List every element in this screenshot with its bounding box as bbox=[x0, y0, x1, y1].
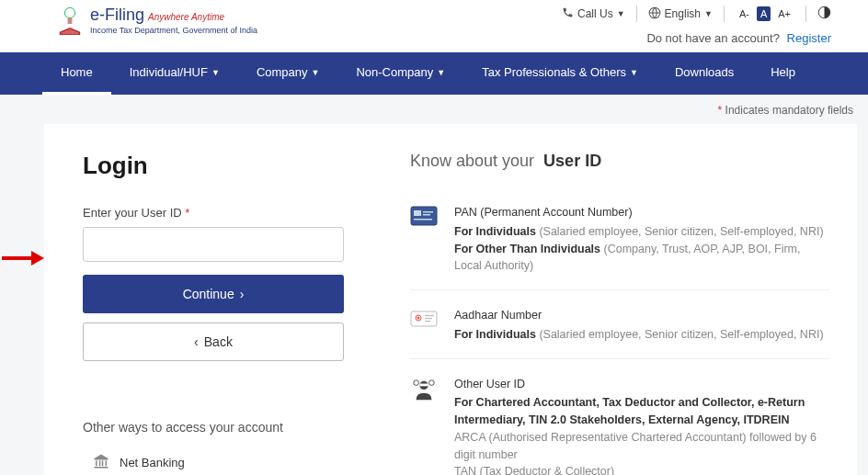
aadhaar-title: Aadhaar Number bbox=[454, 307, 829, 324]
brand-name: e-Filing bbox=[90, 6, 144, 25]
no-account-text: Do not have an account? bbox=[646, 31, 780, 45]
font-increase-button[interactable]: A+ bbox=[774, 6, 794, 21]
info-card: Know about your User ID PAN (Permanent A… bbox=[383, 124, 857, 475]
nav-downloads[interactable]: Downloads bbox=[657, 52, 752, 95]
font-normal-button[interactable]: A bbox=[757, 6, 771, 21]
svg-rect-7 bbox=[414, 210, 421, 216]
brand-subtitle: Income Tax Department, Government of Ind… bbox=[90, 26, 257, 35]
main-content: Login Enter your User ID * Continue › ‹ … bbox=[0, 124, 868, 475]
svg-rect-14 bbox=[425, 315, 434, 316]
language-dropdown[interactable]: English ▼ bbox=[648, 6, 713, 22]
net-banking-label: Net Banking bbox=[120, 456, 185, 469]
chevron-down-icon: ▼ bbox=[211, 68, 220, 77]
know-about-title: Know about your User ID bbox=[410, 152, 829, 171]
call-us-dropdown[interactable]: Call Us ▼ bbox=[562, 6, 625, 21]
asterisk-icon: * bbox=[185, 206, 189, 220]
font-decrease-button[interactable]: A- bbox=[736, 6, 753, 21]
pan-card-icon bbox=[410, 206, 438, 228]
user-id-label: Enter your User ID * bbox=[83, 206, 344, 220]
emblem-icon bbox=[55, 6, 85, 35]
net-banking-link[interactable]: Net Banking bbox=[83, 453, 344, 472]
continue-button[interactable]: Continue › bbox=[83, 275, 344, 313]
chevron-down-icon: ▼ bbox=[437, 68, 445, 77]
divider bbox=[805, 6, 806, 22]
globe-icon bbox=[648, 6, 661, 22]
svg-rect-15 bbox=[425, 318, 432, 319]
svg-rect-1 bbox=[68, 18, 73, 24]
info-row-pan: PAN (Permanent Account Number) For Indiv… bbox=[410, 195, 829, 290]
top-bar: e-Filing Anywhere Anytime Income Tax Dep… bbox=[0, 0, 868, 52]
chevron-down-icon: ▼ bbox=[630, 68, 638, 77]
user-id-input[interactable] bbox=[83, 227, 344, 262]
nav-tax-professionals[interactable]: Tax Professionals & Others▼ bbox=[463, 52, 657, 95]
font-size-controls: A- A A+ bbox=[736, 6, 794, 21]
back-button[interactable]: ‹ Back bbox=[83, 322, 344, 361]
pointer-arrow-icon bbox=[0, 249, 44, 270]
svg-rect-9 bbox=[423, 214, 430, 216]
svg-point-0 bbox=[64, 7, 74, 17]
other-user-icon bbox=[410, 378, 438, 400]
svg-point-13 bbox=[417, 317, 420, 320]
info-row-aadhaar: Aadhaar Number For Individuals (Salaried… bbox=[410, 298, 829, 359]
language-label: English bbox=[665, 7, 701, 20]
phone-icon bbox=[562, 6, 574, 21]
svg-rect-18 bbox=[419, 383, 428, 386]
other-ways-heading: Other ways to access your account bbox=[83, 420, 344, 435]
nav-individual[interactable]: Individual/HUF▼ bbox=[111, 52, 238, 95]
login-card: Login Enter your User ID * Continue › ‹ … bbox=[44, 124, 383, 475]
nav-non-company[interactable]: Non-Company▼ bbox=[337, 52, 463, 95]
svg-rect-11 bbox=[411, 311, 437, 326]
back-label: Back bbox=[204, 334, 233, 349]
login-title: Login bbox=[83, 152, 344, 180]
divider bbox=[724, 6, 725, 22]
chevron-down-icon: ▼ bbox=[704, 9, 713, 18]
register-link[interactable]: Register bbox=[787, 31, 831, 45]
logo-block: e-Filing Anywhere Anytime Income Tax Dep… bbox=[55, 6, 257, 35]
asterisk-icon: * bbox=[718, 104, 723, 117]
mandatory-notice: * Indicates mandatory fields bbox=[0, 95, 868, 124]
brand-tagline: Anywhere Anytime bbox=[148, 12, 224, 22]
svg-point-20 bbox=[414, 379, 419, 385]
svg-marker-5 bbox=[31, 251, 44, 266]
chevron-left-icon: ‹ bbox=[194, 334, 199, 349]
nav-home[interactable]: Home bbox=[42, 52, 111, 95]
main-nav: Home Individual/HUF▼ Company▼ Non-Compan… bbox=[0, 52, 868, 95]
mandatory-text: Indicates mandatory fields bbox=[725, 104, 853, 117]
info-row-other: Other User ID For Chartered Accountant, … bbox=[410, 367, 829, 476]
svg-point-19 bbox=[429, 379, 435, 385]
nav-help[interactable]: Help bbox=[752, 52, 814, 95]
aadhaar-card-icon bbox=[410, 309, 438, 331]
svg-rect-16 bbox=[425, 321, 430, 322]
divider bbox=[636, 6, 637, 22]
pan-title: PAN (Permanent Account Number) bbox=[454, 204, 829, 221]
call-us-label: Call Us bbox=[577, 7, 613, 20]
chevron-down-icon: ▼ bbox=[617, 9, 625, 18]
continue-label: Continue bbox=[183, 287, 234, 301]
contrast-toggle-icon[interactable] bbox=[817, 6, 831, 22]
chevron-right-icon: › bbox=[240, 287, 245, 301]
bank-icon bbox=[92, 453, 110, 472]
register-prompt: Do not have an account? Register bbox=[646, 31, 831, 45]
svg-rect-8 bbox=[423, 211, 433, 213]
svg-rect-10 bbox=[414, 219, 432, 221]
nav-company[interactable]: Company▼ bbox=[238, 52, 338, 95]
other-title: Other User ID bbox=[454, 376, 829, 393]
chevron-down-icon: ▼ bbox=[312, 68, 320, 77]
